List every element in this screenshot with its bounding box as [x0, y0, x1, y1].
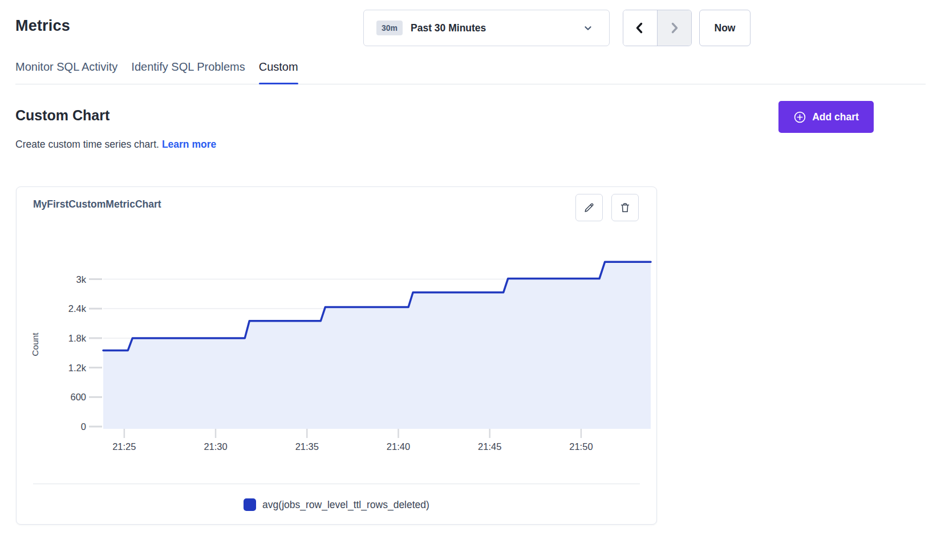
page-title: Metrics: [15, 17, 70, 35]
chart-title: MyFirstCustomMetricChart: [33, 198, 161, 210]
next-interval-button[interactable]: [658, 10, 692, 46]
section-description-text: Create custom time series chart.: [15, 139, 159, 150]
now-button[interactable]: Now: [699, 10, 751, 46]
time-range-badge: 30m: [376, 21, 403, 35]
chevron-right-icon: [667, 21, 681, 35]
add-chart-label: Add chart: [812, 111, 859, 123]
tab-bar: Monitor SQL Activity Identify SQL Proble…: [15, 58, 926, 84]
custom-chart-svg[interactable]: 06001.2k1.8k2.4k3k21:2521:3021:3521:4021…: [17, 233, 658, 461]
chevron-down-icon: [582, 22, 594, 34]
svg-text:21:25: 21:25: [112, 441, 136, 452]
pencil-icon: [583, 201, 595, 214]
svg-text:Count: Count: [30, 332, 40, 356]
legend-label: avg(jobs_row_level_ttl_rows_deleted): [262, 499, 429, 511]
prev-interval-button[interactable]: [623, 10, 658, 46]
time-range-value: Past 30 Minutes: [411, 22, 486, 34]
section-title: Custom Chart: [15, 107, 109, 124]
svg-text:3k: 3k: [76, 274, 87, 285]
delete-chart-button[interactable]: [611, 194, 639, 221]
section-description: Create custom time series chart.Learn mo…: [15, 139, 216, 151]
svg-text:21:30: 21:30: [204, 441, 227, 452]
chart-card: MyFirstCustomMetricChart 06001.2k1.8k2.4…: [16, 186, 657, 525]
svg-text:0: 0: [81, 421, 86, 432]
time-interval-arrows: [623, 10, 692, 46]
plus-circle-icon: [793, 111, 806, 124]
svg-text:600: 600: [70, 392, 86, 402]
trash-icon: [619, 201, 631, 214]
add-chart-button[interactable]: Add chart: [778, 101, 874, 133]
learn-more-link[interactable]: Learn more: [162, 139, 216, 150]
svg-text:21:50: 21:50: [569, 441, 593, 452]
legend-swatch: [244, 498, 256, 511]
tab-monitor-sql-activity[interactable]: Monitor SQL Activity: [15, 58, 117, 84]
edit-chart-button[interactable]: [575, 194, 603, 221]
svg-text:21:45: 21:45: [478, 441, 501, 452]
svg-text:2.4k: 2.4k: [68, 303, 87, 314]
tab-identify-sql-problems[interactable]: Identify SQL Problems: [131, 58, 245, 84]
svg-text:1.8k: 1.8k: [68, 333, 87, 343]
tab-custom[interactable]: Custom: [259, 58, 298, 84]
legend-separator: [33, 484, 640, 484]
chevron-left-icon: [633, 21, 647, 35]
svg-text:1.2k: 1.2k: [68, 363, 87, 373]
svg-text:21:40: 21:40: [387, 441, 410, 452]
svg-text:21:35: 21:35: [295, 441, 319, 452]
chart-legend: avg(jobs_row_level_ttl_rows_deleted): [17, 498, 656, 511]
time-range-selector[interactable]: 30m Past 30 Minutes: [363, 10, 610, 46]
